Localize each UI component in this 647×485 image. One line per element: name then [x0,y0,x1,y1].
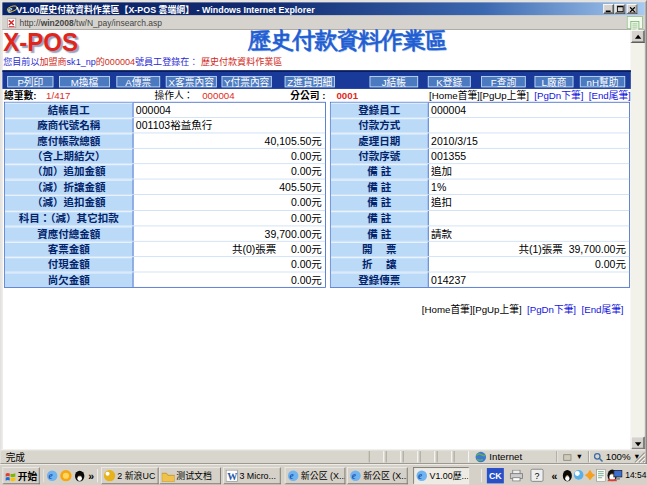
svg-text:e: e [8,4,13,15]
svg-text:e: e [290,471,294,481]
svg-text:e: e [352,471,356,481]
svg-text:W: W [227,471,237,482]
svg-text:e: e [418,471,422,481]
svg-text:e: e [49,471,53,481]
